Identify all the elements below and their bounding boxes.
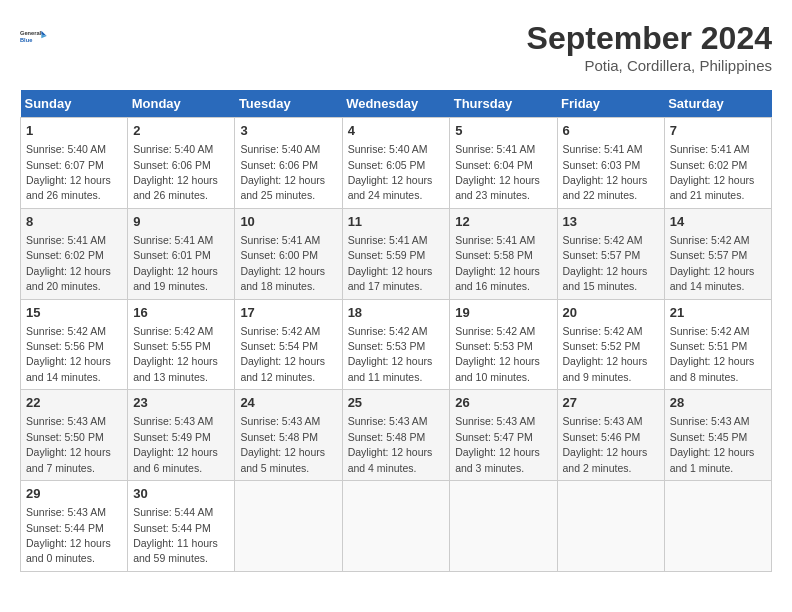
day-info: Sunrise: 5:43 AM Sunset: 5:50 PM Dayligh…: [26, 415, 111, 473]
day-info: Sunrise: 5:41 AM Sunset: 6:00 PM Dayligh…: [240, 234, 325, 292]
week-row-1: 1Sunrise: 5:40 AM Sunset: 6:07 PM Daylig…: [21, 118, 772, 209]
logo: GeneralBlue: [20, 20, 52, 52]
month-title: September 2024: [527, 20, 772, 57]
calendar-cell: 15Sunrise: 5:42 AM Sunset: 5:56 PM Dayli…: [21, 299, 128, 390]
day-number: 28: [670, 394, 766, 412]
week-row-3: 15Sunrise: 5:42 AM Sunset: 5:56 PM Dayli…: [21, 299, 772, 390]
calendar-cell: 16Sunrise: 5:42 AM Sunset: 5:55 PM Dayli…: [128, 299, 235, 390]
day-number: 3: [240, 122, 336, 140]
calendar-cell: 26Sunrise: 5:43 AM Sunset: 5:47 PM Dayli…: [450, 390, 557, 481]
calendar-table: SundayMondayTuesdayWednesdayThursdayFrid…: [20, 90, 772, 572]
day-info: Sunrise: 5:42 AM Sunset: 5:57 PM Dayligh…: [670, 234, 755, 292]
weekday-header-monday: Monday: [128, 90, 235, 118]
svg-text:Blue: Blue: [20, 37, 32, 43]
day-info: Sunrise: 5:43 AM Sunset: 5:48 PM Dayligh…: [240, 415, 325, 473]
calendar-cell: 7Sunrise: 5:41 AM Sunset: 6:02 PM Daylig…: [664, 118, 771, 209]
calendar-cell: 24Sunrise: 5:43 AM Sunset: 5:48 PM Dayli…: [235, 390, 342, 481]
day-number: 25: [348, 394, 445, 412]
day-number: 14: [670, 213, 766, 231]
day-number: 20: [563, 304, 659, 322]
day-info: Sunrise: 5:41 AM Sunset: 6:01 PM Dayligh…: [133, 234, 218, 292]
day-number: 30: [133, 485, 229, 503]
day-number: 7: [670, 122, 766, 140]
weekday-header-sunday: Sunday: [21, 90, 128, 118]
calendar-cell: 29Sunrise: 5:43 AM Sunset: 5:44 PM Dayli…: [21, 481, 128, 572]
day-info: Sunrise: 5:43 AM Sunset: 5:44 PM Dayligh…: [26, 506, 111, 564]
day-info: Sunrise: 5:41 AM Sunset: 5:58 PM Dayligh…: [455, 234, 540, 292]
day-number: 10: [240, 213, 336, 231]
day-number: 1: [26, 122, 122, 140]
day-info: Sunrise: 5:41 AM Sunset: 6:03 PM Dayligh…: [563, 143, 648, 201]
calendar-cell: 10Sunrise: 5:41 AM Sunset: 6:00 PM Dayli…: [235, 208, 342, 299]
day-info: Sunrise: 5:42 AM Sunset: 5:53 PM Dayligh…: [348, 325, 433, 383]
calendar-cell: 28Sunrise: 5:43 AM Sunset: 5:45 PM Dayli…: [664, 390, 771, 481]
day-number: 15: [26, 304, 122, 322]
calendar-cell: 21Sunrise: 5:42 AM Sunset: 5:51 PM Dayli…: [664, 299, 771, 390]
day-number: 16: [133, 304, 229, 322]
day-info: Sunrise: 5:43 AM Sunset: 5:49 PM Dayligh…: [133, 415, 218, 473]
day-number: 26: [455, 394, 551, 412]
day-number: 17: [240, 304, 336, 322]
calendar-cell: 6Sunrise: 5:41 AM Sunset: 6:03 PM Daylig…: [557, 118, 664, 209]
day-number: 24: [240, 394, 336, 412]
day-number: 2: [133, 122, 229, 140]
calendar-cell: [450, 481, 557, 572]
day-number: 21: [670, 304, 766, 322]
day-info: Sunrise: 5:40 AM Sunset: 6:05 PM Dayligh…: [348, 143, 433, 201]
day-number: 29: [26, 485, 122, 503]
day-number: 13: [563, 213, 659, 231]
calendar-cell: 2Sunrise: 5:40 AM Sunset: 6:06 PM Daylig…: [128, 118, 235, 209]
day-info: Sunrise: 5:41 AM Sunset: 6:04 PM Dayligh…: [455, 143, 540, 201]
day-number: 6: [563, 122, 659, 140]
calendar-cell: 3Sunrise: 5:40 AM Sunset: 6:06 PM Daylig…: [235, 118, 342, 209]
day-number: 5: [455, 122, 551, 140]
calendar-cell: 20Sunrise: 5:42 AM Sunset: 5:52 PM Dayli…: [557, 299, 664, 390]
week-row-2: 8Sunrise: 5:41 AM Sunset: 6:02 PM Daylig…: [21, 208, 772, 299]
calendar-cell: 25Sunrise: 5:43 AM Sunset: 5:48 PM Dayli…: [342, 390, 450, 481]
day-number: 23: [133, 394, 229, 412]
day-info: Sunrise: 5:42 AM Sunset: 5:53 PM Dayligh…: [455, 325, 540, 383]
logo-icon: GeneralBlue: [20, 20, 52, 52]
week-row-5: 29Sunrise: 5:43 AM Sunset: 5:44 PM Dayli…: [21, 481, 772, 572]
calendar-cell: 4Sunrise: 5:40 AM Sunset: 6:05 PM Daylig…: [342, 118, 450, 209]
weekday-header-friday: Friday: [557, 90, 664, 118]
weekday-header-tuesday: Tuesday: [235, 90, 342, 118]
week-row-4: 22Sunrise: 5:43 AM Sunset: 5:50 PM Dayli…: [21, 390, 772, 481]
day-info: Sunrise: 5:43 AM Sunset: 5:48 PM Dayligh…: [348, 415, 433, 473]
calendar-cell: [342, 481, 450, 572]
calendar-cell: [664, 481, 771, 572]
day-number: 12: [455, 213, 551, 231]
day-number: 9: [133, 213, 229, 231]
calendar-cell: [235, 481, 342, 572]
day-number: 4: [348, 122, 445, 140]
location: Potia, Cordillera, Philippines: [527, 57, 772, 74]
calendar-cell: 12Sunrise: 5:41 AM Sunset: 5:58 PM Dayli…: [450, 208, 557, 299]
title-block: September 2024 Potia, Cordillera, Philip…: [527, 20, 772, 74]
day-info: Sunrise: 5:42 AM Sunset: 5:52 PM Dayligh…: [563, 325, 648, 383]
weekday-header-wednesday: Wednesday: [342, 90, 450, 118]
calendar-cell: 30Sunrise: 5:44 AM Sunset: 5:44 PM Dayli…: [128, 481, 235, 572]
day-info: Sunrise: 5:40 AM Sunset: 6:06 PM Dayligh…: [240, 143, 325, 201]
day-number: 22: [26, 394, 122, 412]
calendar-cell: 14Sunrise: 5:42 AM Sunset: 5:57 PM Dayli…: [664, 208, 771, 299]
calendar-cell: 22Sunrise: 5:43 AM Sunset: 5:50 PM Dayli…: [21, 390, 128, 481]
calendar-cell: 5Sunrise: 5:41 AM Sunset: 6:04 PM Daylig…: [450, 118, 557, 209]
calendar-cell: 19Sunrise: 5:42 AM Sunset: 5:53 PM Dayli…: [450, 299, 557, 390]
weekday-header-saturday: Saturday: [664, 90, 771, 118]
day-number: 27: [563, 394, 659, 412]
svg-text:General: General: [20, 30, 42, 36]
day-info: Sunrise: 5:42 AM Sunset: 5:54 PM Dayligh…: [240, 325, 325, 383]
day-info: Sunrise: 5:41 AM Sunset: 5:59 PM Dayligh…: [348, 234, 433, 292]
weekday-header-thursday: Thursday: [450, 90, 557, 118]
day-info: Sunrise: 5:42 AM Sunset: 5:57 PM Dayligh…: [563, 234, 648, 292]
day-number: 11: [348, 213, 445, 231]
day-info: Sunrise: 5:42 AM Sunset: 5:56 PM Dayligh…: [26, 325, 111, 383]
calendar-cell: 13Sunrise: 5:42 AM Sunset: 5:57 PM Dayli…: [557, 208, 664, 299]
day-number: 18: [348, 304, 445, 322]
calendar-cell: 8Sunrise: 5:41 AM Sunset: 6:02 PM Daylig…: [21, 208, 128, 299]
day-number: 19: [455, 304, 551, 322]
day-info: Sunrise: 5:42 AM Sunset: 5:55 PM Dayligh…: [133, 325, 218, 383]
calendar-cell: 23Sunrise: 5:43 AM Sunset: 5:49 PM Dayli…: [128, 390, 235, 481]
day-info: Sunrise: 5:43 AM Sunset: 5:47 PM Dayligh…: [455, 415, 540, 473]
day-info: Sunrise: 5:41 AM Sunset: 6:02 PM Dayligh…: [670, 143, 755, 201]
